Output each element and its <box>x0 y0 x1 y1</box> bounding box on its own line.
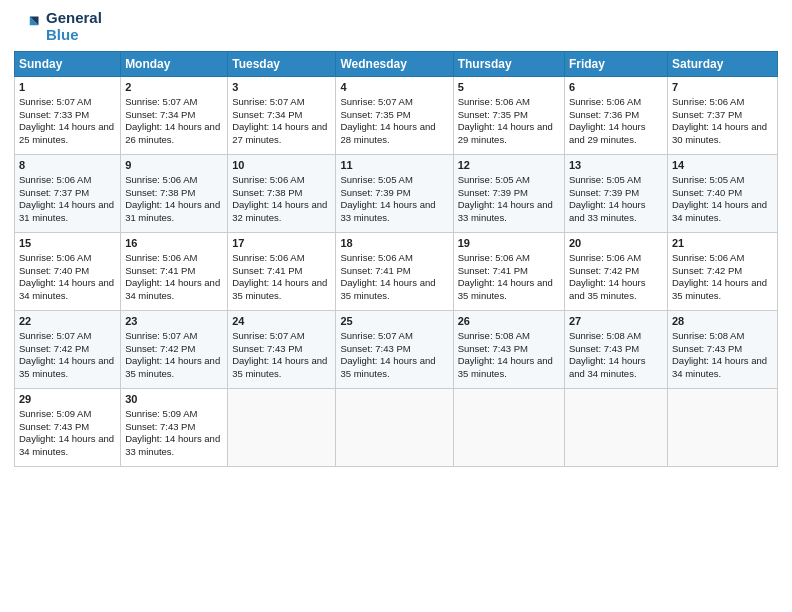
calendar-cell: 4Sunrise: 5:07 AMSunset: 7:35 PMDaylight… <box>336 77 453 155</box>
header-row: Sunday Monday Tuesday Wednesday Thursday… <box>15 52 778 77</box>
sunrise-label: Sunrise: 5:05 AM <box>672 174 744 185</box>
day-number: 25 <box>340 314 448 329</box>
calendar-week-3: 15Sunrise: 5:06 AMSunset: 7:40 PMDayligh… <box>15 233 778 311</box>
day-number: 4 <box>340 80 448 95</box>
sunset-label: Sunset: 7:42 PM <box>19 343 89 354</box>
day-number: 18 <box>340 236 448 251</box>
day-number: 23 <box>125 314 223 329</box>
calendar-cell <box>564 389 667 467</box>
daylight-label: Daylight: 14 hours and 33 minutes. <box>340 199 435 223</box>
calendar-week-5: 29Sunrise: 5:09 AMSunset: 7:43 PMDayligh… <box>15 389 778 467</box>
daylight-label: Daylight: 14 hours and 34 minutes. <box>672 199 767 223</box>
sunset-label: Sunset: 7:41 PM <box>458 265 528 276</box>
sunset-label: Sunset: 7:40 PM <box>19 265 89 276</box>
sunrise-label: Sunrise: 5:07 AM <box>232 330 304 341</box>
daylight-label: Daylight: 14 hours and 35 minutes. <box>19 355 114 379</box>
sunrise-label: Sunrise: 5:06 AM <box>672 252 744 263</box>
daylight-label: Daylight: 14 hours and 33 minutes. <box>569 199 646 223</box>
sunrise-label: Sunrise: 5:07 AM <box>125 330 197 341</box>
daylight-label: Daylight: 14 hours and 35 minutes. <box>569 277 646 301</box>
calendar-cell: 6Sunrise: 5:06 AMSunset: 7:36 PMDaylight… <box>564 77 667 155</box>
sunrise-label: Sunrise: 5:07 AM <box>19 330 91 341</box>
sunset-label: Sunset: 7:41 PM <box>232 265 302 276</box>
col-saturday: Saturday <box>667 52 777 77</box>
calendar-cell: 19Sunrise: 5:06 AMSunset: 7:41 PMDayligh… <box>453 233 564 311</box>
calendar-cell: 8Sunrise: 5:06 AMSunset: 7:37 PMDaylight… <box>15 155 121 233</box>
logo: General Blue <box>14 10 102 43</box>
calendar-cell: 15Sunrise: 5:06 AMSunset: 7:40 PMDayligh… <box>15 233 121 311</box>
sunrise-label: Sunrise: 5:07 AM <box>125 96 197 107</box>
sunrise-label: Sunrise: 5:07 AM <box>19 96 91 107</box>
sunrise-label: Sunrise: 5:08 AM <box>458 330 530 341</box>
daylight-label: Daylight: 14 hours and 35 minutes. <box>672 277 767 301</box>
sunset-label: Sunset: 7:37 PM <box>672 109 742 120</box>
daylight-label: Daylight: 14 hours and 29 minutes. <box>569 121 646 145</box>
sunrise-label: Sunrise: 5:06 AM <box>672 96 744 107</box>
sunset-label: Sunset: 7:38 PM <box>232 187 302 198</box>
calendar-cell: 3Sunrise: 5:07 AMSunset: 7:34 PMDaylight… <box>228 77 336 155</box>
calendar-cell: 11Sunrise: 5:05 AMSunset: 7:39 PMDayligh… <box>336 155 453 233</box>
daylight-label: Daylight: 14 hours and 35 minutes. <box>458 355 553 379</box>
daylight-label: Daylight: 14 hours and 31 minutes. <box>125 199 220 223</box>
sunrise-label: Sunrise: 5:07 AM <box>232 96 304 107</box>
sunrise-label: Sunrise: 5:09 AM <box>125 408 197 419</box>
day-number: 5 <box>458 80 560 95</box>
col-tuesday: Tuesday <box>228 52 336 77</box>
daylight-label: Daylight: 14 hours and 30 minutes. <box>672 121 767 145</box>
day-number: 6 <box>569 80 663 95</box>
sunset-label: Sunset: 7:34 PM <box>232 109 302 120</box>
day-number: 29 <box>19 392 116 407</box>
daylight-label: Daylight: 14 hours and 34 minutes. <box>125 277 220 301</box>
day-number: 11 <box>340 158 448 173</box>
daylight-label: Daylight: 14 hours and 34 minutes. <box>19 433 114 457</box>
calendar-cell: 22Sunrise: 5:07 AMSunset: 7:42 PMDayligh… <box>15 311 121 389</box>
daylight-label: Daylight: 14 hours and 35 minutes. <box>125 355 220 379</box>
day-number: 7 <box>672 80 773 95</box>
calendar-cell: 16Sunrise: 5:06 AMSunset: 7:41 PMDayligh… <box>121 233 228 311</box>
sunrise-label: Sunrise: 5:06 AM <box>19 252 91 263</box>
day-number: 28 <box>672 314 773 329</box>
calendar-cell: 5Sunrise: 5:06 AMSunset: 7:35 PMDaylight… <box>453 77 564 155</box>
day-number: 17 <box>232 236 331 251</box>
col-wednesday: Wednesday <box>336 52 453 77</box>
calendar-cell: 9Sunrise: 5:06 AMSunset: 7:38 PMDaylight… <box>121 155 228 233</box>
calendar-cell: 13Sunrise: 5:05 AMSunset: 7:39 PMDayligh… <box>564 155 667 233</box>
day-number: 20 <box>569 236 663 251</box>
sunrise-label: Sunrise: 5:06 AM <box>19 174 91 185</box>
day-number: 22 <box>19 314 116 329</box>
day-number: 12 <box>458 158 560 173</box>
col-thursday: Thursday <box>453 52 564 77</box>
daylight-label: Daylight: 14 hours and 35 minutes. <box>340 355 435 379</box>
calendar-cell: 2Sunrise: 5:07 AMSunset: 7:34 PMDaylight… <box>121 77 228 155</box>
sunrise-label: Sunrise: 5:08 AM <box>569 330 641 341</box>
sunrise-label: Sunrise: 5:05 AM <box>340 174 412 185</box>
sunset-label: Sunset: 7:33 PM <box>19 109 89 120</box>
calendar-cell: 30Sunrise: 5:09 AMSunset: 7:43 PMDayligh… <box>121 389 228 467</box>
daylight-label: Daylight: 14 hours and 25 minutes. <box>19 121 114 145</box>
col-friday: Friday <box>564 52 667 77</box>
daylight-label: Daylight: 14 hours and 28 minutes. <box>340 121 435 145</box>
day-number: 15 <box>19 236 116 251</box>
calendar-cell <box>336 389 453 467</box>
sunset-label: Sunset: 7:43 PM <box>569 343 639 354</box>
calendar-cell: 27Sunrise: 5:08 AMSunset: 7:43 PMDayligh… <box>564 311 667 389</box>
sunset-label: Sunset: 7:34 PM <box>125 109 195 120</box>
sunset-label: Sunset: 7:35 PM <box>340 109 410 120</box>
sunrise-label: Sunrise: 5:05 AM <box>569 174 641 185</box>
calendar-cell: 7Sunrise: 5:06 AMSunset: 7:37 PMDaylight… <box>667 77 777 155</box>
day-number: 24 <box>232 314 331 329</box>
calendar-cell: 20Sunrise: 5:06 AMSunset: 7:42 PMDayligh… <box>564 233 667 311</box>
sunrise-label: Sunrise: 5:09 AM <box>19 408 91 419</box>
sunrise-label: Sunrise: 5:08 AM <box>672 330 744 341</box>
sunset-label: Sunset: 7:43 PM <box>672 343 742 354</box>
day-number: 3 <box>232 80 331 95</box>
daylight-label: Daylight: 14 hours and 35 minutes. <box>232 355 327 379</box>
sunrise-label: Sunrise: 5:06 AM <box>340 252 412 263</box>
sunset-label: Sunset: 7:42 PM <box>569 265 639 276</box>
day-number: 16 <box>125 236 223 251</box>
calendar-cell: 28Sunrise: 5:08 AMSunset: 7:43 PMDayligh… <box>667 311 777 389</box>
day-number: 8 <box>19 158 116 173</box>
sunset-label: Sunset: 7:36 PM <box>569 109 639 120</box>
sunset-label: Sunset: 7:39 PM <box>340 187 410 198</box>
day-number: 19 <box>458 236 560 251</box>
